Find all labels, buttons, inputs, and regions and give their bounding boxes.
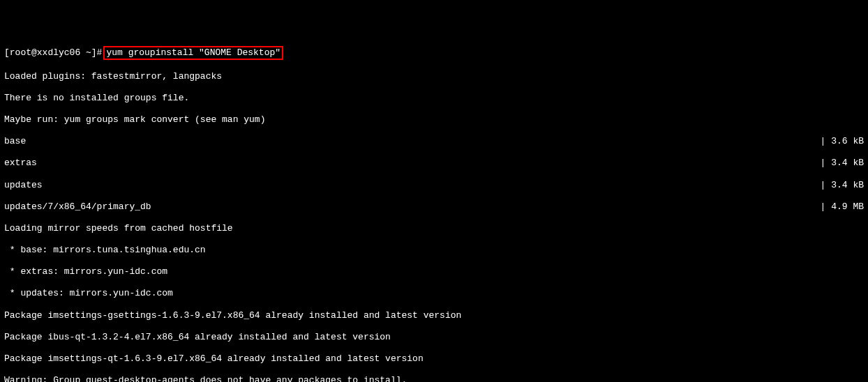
repo-size: | 3.4 kB xyxy=(821,180,864,191)
output-line: Loaded plugins: fastestmirror, langpacks xyxy=(4,71,864,82)
output-line: Maybe run: yum groups mark convert (see … xyxy=(4,114,864,125)
output-line: * base: mirrors.tuna.tsinghua.edu.cn xyxy=(4,245,864,256)
repo-line: extras| 3.4 kB xyxy=(4,158,864,169)
output-line: Package imsettings-qt-1.6.3-9.el7.x86_64… xyxy=(4,353,864,365)
output-line: Warning: Group guest-desktop-agents does… xyxy=(4,375,864,382)
output-line: Package ibus-qt-1.3.2-4.el7.x86_64 alrea… xyxy=(4,332,864,343)
repo-name: extras xyxy=(4,158,37,169)
repo-size: | 3.6 kB xyxy=(821,136,864,147)
output-line: * extras: mirrors.yun-idc.com xyxy=(4,266,864,277)
output-line: Loading mirror speeds from cached hostfi… xyxy=(4,223,864,234)
repo-line: updates/7/x86_64/primary_db| 4.9 MB xyxy=(4,201,864,213)
repo-line: base| 3.6 kB xyxy=(4,136,864,147)
repo-name: base xyxy=(4,136,26,147)
command-prompt-line: [root@xxdlyc06 ~]#yum groupinstall "GNOM… xyxy=(4,46,864,60)
output-line: Package imsettings-gsettings-1.6.3-9.el7… xyxy=(4,310,864,321)
output-line: * updates: mirrors.yun-idc.com xyxy=(4,288,864,299)
shell-prompt: [root@xxdlyc06 ~]# xyxy=(4,47,102,59)
repo-name: updates xyxy=(4,180,43,191)
repo-size: | 4.9 MB xyxy=(821,201,864,213)
repo-name: updates/7/x86_64/primary_db xyxy=(4,201,151,213)
repo-line: updates| 3.4 kB xyxy=(4,180,864,191)
repo-size: | 3.4 kB xyxy=(821,158,864,169)
output-line: There is no installed groups file. xyxy=(4,93,864,104)
highlighted-command: yum groupinstall "GNOME Desktop" xyxy=(103,46,283,60)
